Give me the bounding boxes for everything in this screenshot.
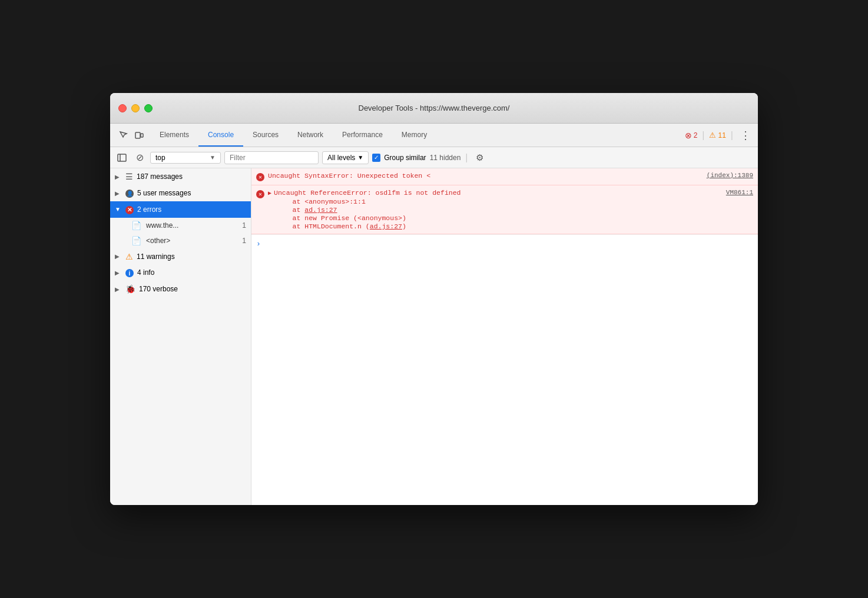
error-content-reference: ▶Uncaught ReferenceError: osdlfm is not …: [268, 189, 753, 230]
other-label: <other>: [146, 237, 237, 245]
badge-separator: |: [702, 130, 704, 141]
hidden-count: 11 hidden: [430, 154, 461, 162]
list-icon: ☰: [125, 172, 133, 181]
chevron-icon: ▶: [115, 253, 122, 260]
svg-rect-1: [141, 134, 143, 137]
tab-bar-right: ⊗ 2 | ⚠ 11 | ⋮: [680, 124, 758, 147]
badge-sep2: |: [731, 130, 733, 141]
tab-bar: Elements Console Sources Network Perform…: [110, 124, 758, 147]
syntax-error-location[interactable]: (index):1389: [707, 172, 753, 179]
settings-button[interactable]: ⚙: [473, 151, 487, 165]
tab-performance[interactable]: Performance: [333, 124, 392, 147]
trace-line-3: at new Promise (<anonymous>): [276, 214, 753, 222]
sidebar-item-verbose[interactable]: ▶ 🐞 170 verbose: [110, 281, 251, 297]
sidebar-item-warnings[interactable]: ▶ ⚠ 11 warnings: [110, 248, 251, 265]
www-count: 1: [242, 221, 246, 230]
group-similar-toggle[interactable]: ✓ Group similar: [372, 154, 426, 162]
levels-dropdown[interactable]: All levels ▼: [322, 151, 369, 164]
context-select[interactable]: top ▼: [150, 152, 221, 164]
chevron-down-icon: ▼: [115, 206, 122, 212]
title-bar: Developer Tools - https://www.theverge.c…: [110, 93, 758, 124]
all-messages-label: 187 messages: [137, 172, 246, 181]
www-label: www.the...: [146, 221, 237, 230]
file-icon: 📄: [131, 221, 141, 230]
expand-icon: ▶: [268, 190, 271, 197]
sidebar-item-errors[interactable]: ▼ ✕ 2 errors: [110, 201, 251, 218]
error-icon-reference: ✕: [256, 190, 264, 198]
trace-line-2[interactable]: at ad.js:27: [276, 206, 753, 214]
minimize-button[interactable]: [131, 104, 140, 112]
sidebar-item-user-messages[interactable]: ▶ 👤 5 user messages: [110, 185, 251, 201]
user-icon: 👤: [125, 188, 134, 198]
group-similar-checkbox[interactable]: ✓: [372, 154, 380, 162]
clear-console-button[interactable]: ⊘: [132, 151, 147, 165]
tab-console[interactable]: Console: [198, 124, 243, 147]
error-badge[interactable]: ⊗ 2: [685, 131, 698, 140]
toggle-sidebar-button[interactable]: [115, 151, 129, 165]
error-content-syntax: Uncaught SyntaxError: Unexpected token <…: [268, 172, 753, 180]
info-label: 4 info: [137, 268, 246, 277]
trace-line-4[interactable]: at HTMLDocument.n (ad.js:27): [276, 222, 753, 230]
more-options-button[interactable]: ⋮: [738, 129, 753, 142]
sidebar-item-info[interactable]: ▶ i 4 info: [110, 265, 251, 281]
syntax-error-text: Uncaught SyntaxError: Unexpected token <: [268, 172, 430, 180]
svg-rect-2: [118, 154, 126, 161]
trace-line-1: at <anonymous>:1:1: [276, 198, 753, 205]
levels-dropdown-arrow: ▼: [357, 154, 363, 161]
file-icon-other: 📄: [131, 236, 141, 245]
tab-network[interactable]: Network: [288, 124, 333, 147]
window-title: Developer Tools - https://www.theverge.c…: [359, 104, 510, 112]
warnings-label: 11 warnings: [137, 253, 246, 261]
svg-rect-0: [135, 132, 140, 138]
error-icon-syntax: ✕: [256, 172, 264, 181]
tab-memory[interactable]: Memory: [392, 124, 436, 147]
warning-icon: ⚠: [125, 252, 133, 261]
inspect-icon[interactable]: [117, 129, 130, 142]
devtools-window: Developer Tools - https://www.theverge.c…: [110, 93, 758, 505]
console-error-reference[interactable]: ✕ ▶Uncaught ReferenceError: osdlfm is no…: [251, 185, 758, 234]
tab-sources[interactable]: Sources: [243, 124, 288, 147]
console-panel: ✕ Uncaught SyntaxError: Unexpected token…: [251, 168, 758, 505]
close-button[interactable]: [118, 104, 127, 112]
context-dropdown-arrow: ▼: [210, 154, 216, 161]
traffic-lights: [118, 104, 153, 112]
filter-input[interactable]: [224, 151, 319, 164]
other-count: 1: [242, 237, 246, 245]
reference-error-text: ▶Uncaught ReferenceError: osdlfm is not …: [268, 189, 460, 197]
main-content: ▶ ☰ 187 messages ▶ 👤 5 user messages ▼ ✕…: [110, 168, 758, 505]
device-toggle-icon[interactable]: [132, 129, 145, 142]
bug-icon: 🐞: [125, 284, 135, 294]
sidebar: ▶ ☰ 187 messages ▶ 👤 5 user messages ▼ ✕…: [110, 168, 251, 505]
reference-error-location[interactable]: VM861:1: [726, 189, 753, 196]
sidebar-sub-item-www[interactable]: 📄 www.the... 1: [110, 218, 251, 233]
console-prompt-icon: ›: [256, 240, 261, 248]
toolbar-separator: |: [465, 152, 468, 163]
console-error-syntax[interactable]: ✕ Uncaught SyntaxError: Unexpected token…: [251, 168, 758, 185]
info-icon: i: [125, 268, 134, 278]
console-input[interactable]: [264, 240, 753, 248]
error-trace: at <anonymous>:1:1 at ad.js:27 at new Pr…: [268, 198, 753, 230]
sidebar-item-all-messages[interactable]: ▶ ☰ 187 messages: [110, 168, 251, 185]
console-toolbar: ⊘ top ▼ All levels ▼ ✓ Group similar 11 …: [110, 147, 758, 168]
error-main-reference: ▶Uncaught ReferenceError: osdlfm is not …: [268, 189, 753, 197]
tab-elements[interactable]: Elements: [150, 124, 198, 147]
chevron-icon: ▶: [115, 270, 122, 276]
errors-label: 2 errors: [137, 205, 246, 214]
sidebar-sub-item-other[interactable]: 📄 <other> 1: [110, 233, 251, 248]
maximize-button[interactable]: [144, 104, 153, 112]
warning-badge[interactable]: ⚠ 11: [709, 131, 725, 139]
toolbar-icons: [112, 124, 150, 147]
chevron-icon: ▶: [115, 190, 122, 197]
error-icon: ✕: [125, 205, 134, 214]
error-main-syntax: Uncaught SyntaxError: Unexpected token <…: [268, 172, 753, 180]
chevron-icon: ▶: [115, 286, 122, 293]
chevron-icon: ▶: [115, 174, 122, 180]
verbose-label: 170 verbose: [139, 285, 246, 293]
user-messages-label: 5 user messages: [137, 189, 246, 197]
console-input-row[interactable]: ›: [251, 234, 758, 253]
